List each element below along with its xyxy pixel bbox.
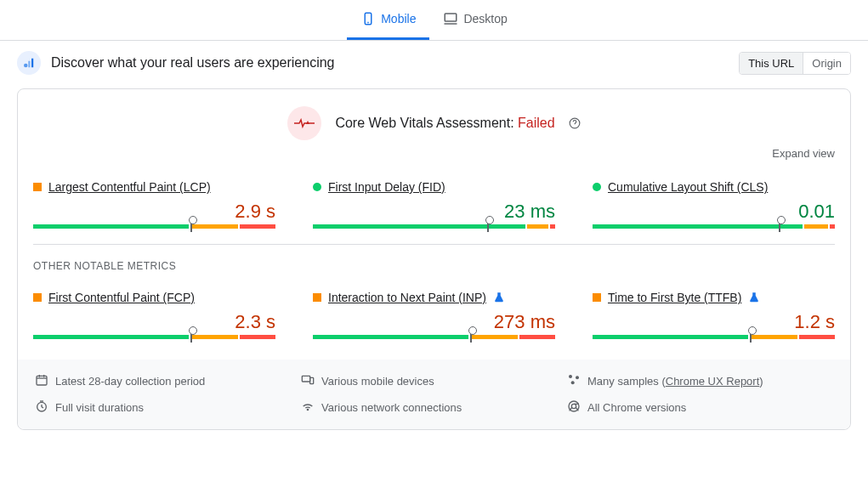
metric: Cumulative Layout Shift (CLS) 0.01 (593, 180, 835, 229)
metric-name-link[interactable]: Cumulative Layout Shift (CLS) (608, 180, 768, 194)
flask-icon (493, 292, 505, 303)
status-bullet (593, 183, 601, 191)
tab-desktop[interactable]: Desktop (429, 0, 520, 40)
status-bullet (33, 293, 42, 302)
svg-marker-7 (306, 121, 309, 124)
status-bullet (593, 293, 601, 302)
assessment-status: Failed (518, 116, 555, 130)
assessment-text: Core Web Vitals Assessment: Failed (335, 116, 554, 131)
metric-name-link[interactable]: First Contentful Paint (FCP) (48, 291, 195, 304)
primary-metrics: Largest Contentful Paint (LCP) 2.9 sFirs… (33, 180, 835, 229)
footer-item: Full visit durations (35, 399, 301, 416)
metric-bar (593, 335, 835, 339)
metric-bar (593, 224, 835, 229)
metric-name-link[interactable]: First Input Delay (FID) (328, 180, 445, 194)
svg-rect-6 (31, 59, 33, 68)
url-origin-toggle: This URL Origin (739, 52, 851, 75)
metric-value: 2.9 s (33, 201, 275, 223)
card-footer: Latest 28-day collection periodVarious m… (18, 360, 850, 429)
metric: Time to First Byte (TTFB) 1.2 s (593, 291, 835, 339)
svg-point-4 (24, 64, 28, 68)
metric-header: Time to First Byte (TTFB) (593, 291, 835, 304)
metrics-divider (33, 244, 835, 245)
pulse-icon (287, 106, 321, 140)
metric: Largest Contentful Paint (LCP) 2.9 s (33, 180, 275, 229)
footer-item: All Chrome versions (567, 399, 833, 416)
secondary-metrics: First Contentful Paint (FCP) 2.3 sIntera… (33, 291, 835, 339)
metric-header: Cumulative Layout Shift (CLS) (593, 180, 835, 194)
vitals-card: Core Web Vitals Assessment: Failed Expan… (17, 88, 851, 430)
devices-icon (301, 373, 315, 389)
metric-name-link[interactable]: Largest Contentful Paint (LCP) (48, 180, 211, 194)
bar-marker (190, 331, 192, 343)
footer-text: All Chrome versions (587, 401, 686, 414)
tab-mobile[interactable]: Mobile (347, 0, 429, 40)
svg-point-22 (571, 404, 576, 408)
footer-item: Various network connections (301, 399, 567, 416)
svg-rect-10 (37, 376, 47, 385)
status-bullet (33, 183, 42, 191)
metric-header: First Contentful Paint (FCP) (33, 291, 275, 304)
toggle-origin[interactable]: Origin (803, 53, 850, 74)
svg-point-17 (576, 376, 579, 379)
status-bullet (313, 183, 321, 191)
samples-icon (567, 373, 581, 389)
tab-mobile-label: Mobile (381, 12, 416, 25)
metric-header: Interaction to Next Paint (INP) (313, 291, 555, 304)
flask-icon (748, 292, 760, 303)
device-tabs: Mobile Desktop (0, 0, 868, 41)
metric: First Contentful Paint (FCP) 2.3 s (33, 291, 275, 339)
wifi-icon (301, 399, 315, 416)
gauge-icon (17, 51, 41, 75)
metric-value: 0.01 (593, 201, 835, 223)
metric-value: 2.3 s (33, 311, 275, 333)
expand-view-link[interactable]: Expand view (772, 147, 835, 160)
clock-icon (35, 399, 48, 416)
svg-rect-14 (302, 376, 309, 382)
metric-name-link[interactable]: Interaction to Next Paint (INP) (328, 291, 486, 304)
footer-text: Latest 28-day collection period (55, 375, 205, 388)
bar-marker (487, 221, 489, 232)
metric-bar (33, 335, 275, 339)
svg-rect-15 (310, 377, 314, 383)
bar-marker (779, 221, 780, 232)
metric: First Input Delay (FID) 23 ms (313, 180, 555, 229)
svg-rect-2 (445, 14, 457, 21)
status-bullet (313, 293, 321, 302)
metric-value: 273 ms (313, 311, 555, 333)
metric-bar (33, 224, 275, 229)
metric-header: First Input Delay (FID) (313, 180, 555, 194)
toggle-this-url[interactable]: This URL (740, 53, 803, 74)
metric-bar (313, 335, 555, 339)
footer-text: Full visit durations (55, 401, 144, 414)
svg-rect-5 (28, 61, 30, 68)
discover-title: Discover what your real users are experi… (51, 55, 729, 71)
footer-text: Various mobile devices (321, 375, 434, 388)
metric-value: 1.2 s (593, 311, 835, 333)
footer-link[interactable]: Chrome UX Report (666, 375, 760, 388)
help-icon[interactable] (569, 117, 581, 129)
metric-name-link[interactable]: Time to First Byte (TTFB) (608, 291, 741, 304)
desktop-icon (443, 11, 458, 26)
svg-point-18 (571, 381, 575, 384)
expand-view-row: Expand view (33, 147, 835, 160)
metric: Interaction to Next Paint (INP) 273 ms (313, 291, 555, 339)
footer-item: Various mobile devices (301, 373, 567, 389)
metric-header: Largest Contentful Paint (LCP) (33, 180, 275, 194)
footer-text: Various network connections (321, 401, 462, 414)
other-metrics-title: OTHER NOTABLE METRICS (33, 260, 835, 272)
footer-text: Many samples (Chrome UX Report) (587, 375, 763, 388)
discover-header: Discover what your real users are experi… (0, 41, 868, 85)
svg-point-16 (569, 375, 572, 378)
bar-marker (750, 331, 752, 343)
footer-item: Latest 28-day collection period (35, 373, 301, 389)
tab-desktop-label: Desktop (463, 12, 507, 25)
footer-item: Many samples (Chrome UX Report) (567, 373, 833, 389)
bar-marker (470, 331, 472, 343)
chrome-icon (567, 399, 581, 416)
assessment-row: Core Web Vitals Assessment: Failed (33, 106, 835, 140)
mobile-icon (360, 11, 376, 26)
svg-point-20 (307, 409, 308, 410)
metric-bar (313, 224, 555, 229)
assessment-label: Core Web Vitals Assessment: (335, 116, 518, 130)
